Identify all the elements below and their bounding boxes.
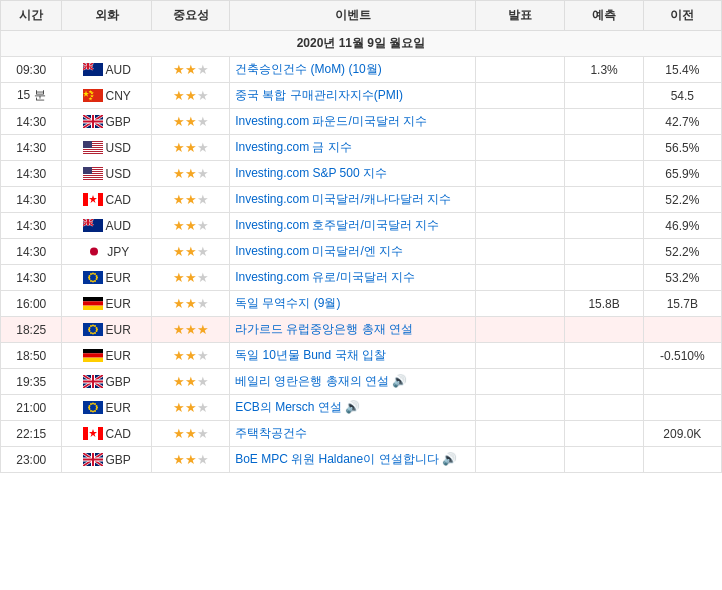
event-release: [476, 135, 565, 161]
svg-point-65: [90, 280, 92, 282]
star-empty: ★: [197, 218, 209, 233]
table-row: 22:15CAD★★★주택착공건수209.0K: [1, 421, 722, 447]
svg-point-78: [95, 330, 97, 332]
currency-code: GBP: [106, 453, 131, 467]
event-forecast: [565, 395, 643, 421]
svg-rect-40: [83, 167, 92, 174]
event-importance: ★★★: [151, 187, 229, 213]
event-importance: ★★★: [151, 291, 229, 317]
event-currency: CAD: [62, 187, 151, 213]
star-empty: ★: [197, 400, 209, 415]
event-title[interactable]: 건축승인건수 (MoM) (10월): [230, 57, 476, 83]
event-title[interactable]: 독일 무역수지 (9월): [230, 291, 476, 317]
event-previous: 46.9%: [643, 213, 721, 239]
table-row: 18:50EUR★★★독일 10년물 Bund 국채 입찰-0.510%: [1, 343, 722, 369]
event-forecast: [565, 265, 643, 291]
event-time: 21:00: [1, 395, 62, 421]
currency-code: EUR: [106, 297, 131, 311]
event-title[interactable]: Investing.com 파운드/미국달러 지수: [230, 109, 476, 135]
svg-point-100: [94, 403, 96, 405]
event-title[interactable]: Investing.com 호주달러/미국달러 지수: [230, 213, 476, 239]
event-forecast: [565, 83, 643, 109]
svg-rect-112: [83, 427, 88, 440]
svg-point-79: [94, 332, 96, 334]
event-importance: ★★★: [151, 343, 229, 369]
event-forecast: [565, 447, 643, 473]
event-release: [476, 343, 565, 369]
svg-rect-9: [83, 66, 93, 67]
event-title[interactable]: ECB의 Mersch 연설 🔊: [230, 395, 476, 421]
event-title[interactable]: 중국 복합 구매관리자지수(PMI): [230, 83, 476, 109]
svg-point-84: [88, 327, 90, 329]
event-importance: ★★★: [151, 317, 229, 343]
star-empty: ★: [197, 270, 209, 285]
star-filled: ★: [185, 166, 197, 181]
event-previous: -0.510%: [643, 343, 721, 369]
event-title[interactable]: Investing.com 금 지수: [230, 135, 476, 161]
star-filled: ★: [185, 114, 197, 129]
table-row: 14:30USD★★★Investing.com 금 지수56.5%: [1, 135, 722, 161]
event-forecast: [565, 239, 643, 265]
star-empty: ★: [197, 374, 209, 389]
event-release: [476, 109, 565, 135]
star-filled: ★: [185, 452, 197, 467]
star-filled: ★: [185, 192, 197, 207]
event-previous: [643, 369, 721, 395]
event-currency: USD: [62, 135, 151, 161]
event-time: 16:00: [1, 291, 62, 317]
event-title[interactable]: 주택착공건수: [230, 421, 476, 447]
star-filled: ★: [185, 140, 197, 155]
currency-code: EUR: [106, 271, 131, 285]
event-forecast: [565, 421, 643, 447]
currency-code: CAD: [106, 427, 131, 441]
event-time: 18:25: [1, 317, 62, 343]
event-time: 22:15: [1, 421, 62, 447]
event-title[interactable]: Investing.com S&P 500 지수: [230, 161, 476, 187]
event-release: [476, 317, 565, 343]
event-release: [476, 57, 565, 83]
event-importance: ★★★: [151, 395, 229, 421]
star-filled: ★: [185, 296, 197, 311]
svg-point-110: [90, 403, 92, 405]
header-importance: 중요성: [151, 1, 229, 31]
event-release: [476, 83, 565, 109]
event-previous: 52.2%: [643, 187, 721, 213]
event-title[interactable]: 베일리 영란은행 총재의 연설 🔊: [230, 369, 476, 395]
star-empty: ★: [197, 244, 209, 259]
event-forecast: [565, 343, 643, 369]
event-release: [476, 187, 565, 213]
event-title[interactable]: 라가르드 유럽중앙은행 총재 연설: [230, 317, 476, 343]
svg-point-56: [90, 248, 98, 256]
currency-code: USD: [106, 167, 131, 181]
star-filled: ★: [173, 88, 185, 103]
event-title[interactable]: BoE MPC 위원 Haldane이 연설합니다 🔊: [230, 447, 476, 473]
header-previous: 이전: [643, 1, 721, 31]
svg-point-105: [92, 411, 94, 413]
currency-code: USD: [106, 141, 131, 155]
event-release: [476, 369, 565, 395]
star-filled: ★: [173, 270, 185, 285]
svg-rect-31: [83, 152, 103, 153]
svg-rect-72: [83, 306, 103, 310]
svg-point-75: [94, 325, 96, 327]
svg-rect-43: [98, 193, 103, 206]
event-title[interactable]: Investing.com 유로/미국달러 지수: [230, 265, 476, 291]
event-title[interactable]: 독일 10년물 Bund 국채 입찰: [230, 343, 476, 369]
event-time: 14:30: [1, 265, 62, 291]
event-currency: EUR: [62, 395, 151, 421]
event-previous: 42.7%: [643, 109, 721, 135]
event-currency: GBP: [62, 369, 151, 395]
event-previous: [643, 447, 721, 473]
event-title[interactable]: Investing.com 미국달러/엔 지수: [230, 239, 476, 265]
star-empty: ★: [197, 348, 209, 363]
event-previous: 52.2%: [643, 239, 721, 265]
event-importance: ★★★: [151, 161, 229, 187]
star-filled: ★: [173, 62, 185, 77]
event-release: [476, 421, 565, 447]
event-title[interactable]: Investing.com 미국달러/캐나다달러 지수: [230, 187, 476, 213]
star-empty: ★: [197, 88, 209, 103]
star-filled: ★: [185, 270, 197, 285]
event-importance: ★★★: [151, 109, 229, 135]
event-forecast: [565, 109, 643, 135]
currency-code: GBP: [106, 375, 131, 389]
